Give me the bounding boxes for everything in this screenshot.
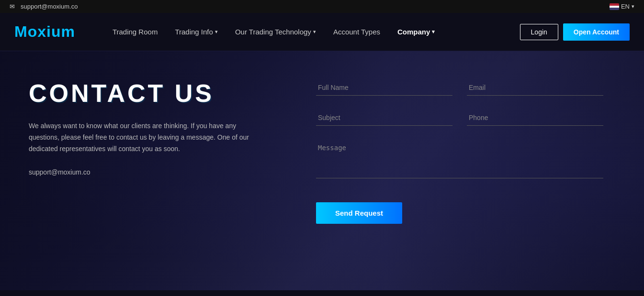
chevron-down-icon: ▾	[432, 29, 435, 35]
contact-form: Send Request	[297, 80, 603, 224]
nav-trading-room[interactable]: Trading Room	[104, 28, 166, 36]
send-request-button[interactable]: Send Request	[316, 202, 402, 224]
login-button[interactable]: Login	[520, 24, 558, 40]
email-field	[467, 80, 603, 96]
nav-links: Trading Room Trading Info ▾ Our Trading …	[104, 28, 520, 36]
contact-description: We always want to know what our clients …	[29, 121, 259, 154]
contact-section: CONTACT US We always want to know what o…	[0, 51, 644, 290]
flag-icon	[610, 3, 619, 10]
phone-input[interactable]	[467, 110, 603, 126]
full-name-field	[316, 80, 452, 96]
nav-trading-info[interactable]: Trading Info ▾	[166, 28, 226, 36]
phone-field	[467, 110, 603, 126]
hero-left-content: CONTACT US We always want to know what o…	[29, 80, 297, 176]
nav-our-trading-technology[interactable]: Our Trading Technology ▾	[226, 28, 325, 36]
contact-title: CONTACT US	[29, 80, 297, 107]
nav-technology-label: Our Trading Technology	[235, 28, 311, 36]
chevron-down-icon: ▾	[632, 3, 634, 10]
form-row-2	[316, 110, 603, 126]
logo-highlight: M	[14, 23, 28, 40]
chevron-down-icon: ▾	[215, 29, 218, 35]
subject-input[interactable]	[316, 110, 452, 126]
nav-account-types[interactable]: Account Types	[325, 28, 389, 36]
nav-actions: Login Open Account	[520, 23, 630, 41]
lang-label: EN	[621, 3, 630, 10]
nav-trading-info-label: Trading Info	[175, 28, 213, 36]
logo-rest: oxium	[28, 23, 75, 40]
navbar: Moxium Trading Room Trading Info ▾ Our T…	[0, 13, 644, 51]
full-name-input[interactable]	[316, 80, 452, 96]
logo[interactable]: Moxium	[14, 23, 75, 41]
topbar: support@moxium.co EN ▾	[0, 0, 644, 13]
subject-field	[316, 110, 452, 126]
form-row-1	[316, 80, 603, 96]
language-selector[interactable]: EN ▾	[610, 3, 634, 10]
topbar-email-text: support@moxium.co	[21, 3, 78, 10]
message-field	[316, 140, 603, 178]
nav-company[interactable]: Company ▾	[389, 28, 443, 36]
contact-email-display: support@moxium.co	[29, 168, 297, 176]
open-account-button[interactable]: Open Account	[563, 23, 630, 41]
message-input[interactable]	[316, 140, 603, 178]
email-input[interactable]	[467, 80, 603, 96]
nav-company-label: Company	[397, 28, 430, 36]
contact-title-text: CONTACT US	[29, 79, 214, 107]
nav-trading-room-label: Trading Room	[113, 28, 158, 36]
chevron-down-icon: ▾	[313, 29, 316, 35]
nav-account-types-label: Account Types	[333, 28, 380, 36]
topbar-email: support@moxium.co	[10, 3, 78, 10]
form-row-3	[316, 140, 603, 178]
